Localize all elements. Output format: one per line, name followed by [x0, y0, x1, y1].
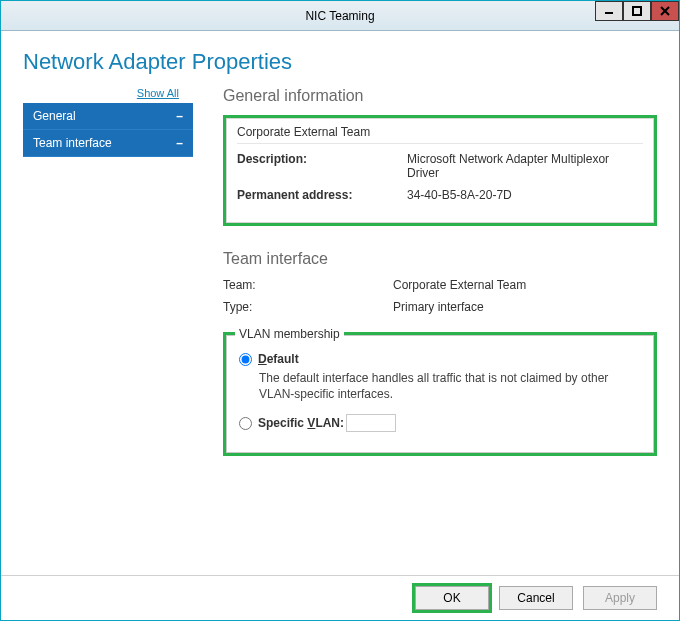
titlebar: NIC Teaming — [1, 1, 679, 31]
sidebar-item-label: Team interface — [33, 136, 112, 150]
sidebar: Show All General – Team interface – — [23, 87, 193, 569]
team-name: Corporate External Team — [237, 125, 643, 144]
vlan-default-label: Default — [258, 352, 299, 366]
cancel-button[interactable]: Cancel — [499, 586, 573, 610]
general-highlight: Corporate External Team Description: Mic… — [223, 115, 657, 226]
show-all-link[interactable]: Show All — [23, 87, 193, 103]
sidebar-item-team-interface[interactable]: Team interface – — [23, 130, 193, 157]
maximize-button[interactable] — [623, 1, 651, 21]
general-heading: General information — [223, 87, 657, 105]
general-panel: Corporate External Team Description: Mic… — [226, 118, 654, 223]
perm-addr-label: Permanent address: — [237, 188, 407, 202]
collapse-icon: – — [176, 136, 183, 150]
description-value: Microsoft Network Adapter Multiplexor Dr… — [407, 152, 643, 180]
window-controls — [595, 1, 679, 21]
description-row: Description: Microsoft Network Adapter M… — [237, 152, 643, 180]
team-label: Team: — [223, 278, 393, 292]
vlan-default-row[interactable]: Default — [239, 352, 641, 366]
minimize-button[interactable] — [595, 1, 623, 21]
perm-addr-value: 34-40-B5-8A-20-7D — [407, 188, 643, 202]
body: Show All General – Team interface – Gene… — [23, 87, 657, 569]
team-row: Team: Corporate External Team — [223, 278, 657, 292]
vlan-default-radio[interactable] — [239, 353, 252, 366]
team-interface-block: Team: Corporate External Team Type: Prim… — [223, 278, 657, 314]
vlan-specific-input[interactable] — [346, 414, 396, 432]
main: General information Corporate External T… — [193, 87, 657, 569]
sidebar-item-label: General — [33, 109, 76, 123]
window-title: NIC Teaming — [305, 9, 374, 23]
vlan-fieldset: VLAN membership Default The default inte… — [226, 335, 654, 453]
content: Network Adapter Properties Show All Gene… — [1, 31, 679, 575]
page-title: Network Adapter Properties — [23, 49, 657, 75]
vlan-default-desc: The default interface handles all traffi… — [259, 370, 641, 402]
vlan-specific-row[interactable]: Specific VLAN: — [239, 414, 641, 432]
apply-button[interactable]: Apply — [583, 586, 657, 610]
type-value: Primary interface — [393, 300, 657, 314]
type-label: Type: — [223, 300, 393, 314]
vlan-legend: VLAN membership — [235, 327, 344, 341]
team-value: Corporate External Team — [393, 278, 657, 292]
description-label: Description: — [237, 152, 407, 180]
collapse-icon: – — [176, 109, 183, 123]
vlan-highlight: VLAN membership Default The default inte… — [223, 332, 657, 456]
vlan-specific-label: Specific VLAN: — [258, 416, 344, 430]
vlan-specific-radio[interactable] — [239, 417, 252, 430]
team-interface-heading: Team interface — [223, 250, 657, 268]
perm-addr-row: Permanent address: 34-40-B5-8A-20-7D — [237, 188, 643, 202]
svg-rect-1 — [633, 7, 641, 15]
ok-button[interactable]: OK — [415, 586, 489, 610]
type-row: Type: Primary interface — [223, 300, 657, 314]
close-button[interactable] — [651, 1, 679, 21]
sidebar-item-general[interactable]: General – — [23, 103, 193, 130]
footer: OK Cancel Apply — [1, 575, 679, 620]
